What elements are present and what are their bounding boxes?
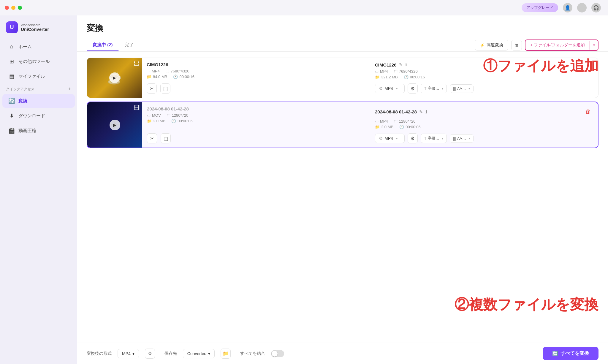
file-meta-row-1b: 📁 84.0 MB 🕐 00:00:16 xyxy=(147,75,365,79)
tabs-bar: 変換中 (2) 完了 ⚡ 高速変換 🗑 + ファイル/フォルダーを追加 ▾ xyxy=(77,39,608,52)
user-avatar[interactable]: 👤 xyxy=(563,3,572,12)
output-duration-2: 🕐 00:00:06 xyxy=(399,125,421,129)
video-icon-2: ▭ xyxy=(147,113,151,118)
cut-button-2[interactable]: ✂ xyxy=(147,133,157,143)
input-resolution-1: ⬚ 7680*4320 xyxy=(166,69,189,73)
cut-button-1[interactable]: ✂ xyxy=(147,83,157,94)
sidebar-item-download[interactable]: ⬇ ダウンロード xyxy=(2,109,75,123)
audio-select-1[interactable]: ||| AA… ▾ xyxy=(450,84,474,93)
headset-icon[interactable]: 🎧 xyxy=(591,3,601,12)
upgrade-button[interactable]: アップグレード xyxy=(522,3,558,12)
sidebar-item-compress[interactable]: 🎬 動画圧縮 xyxy=(2,124,75,137)
output-size-1: 📁 321.2 MB xyxy=(375,75,398,79)
file-info-left-2: 2024-08-08 01-42-28 ▭ MOV ⬚ 1280*720 xyxy=(142,102,370,148)
row-delete-button-2[interactable]: 🗑 xyxy=(583,106,593,117)
save-location-value: Converted xyxy=(187,351,207,356)
video-out-icon-2: ▭ xyxy=(375,119,379,124)
subtitle-chevron-2: ▾ xyxy=(442,137,444,140)
merge-toggle[interactable] xyxy=(271,350,284,357)
convert-icon-btn: 🔄 xyxy=(552,351,558,356)
file-thumbnail-1[interactable]: ☕ ▶ 🎞 xyxy=(87,58,142,98)
bottom-format-select[interactable]: MP4 ▾ xyxy=(118,349,139,358)
quick-access-add-button[interactable]: + xyxy=(68,86,71,92)
logo-area: U Wondershare UniConverter xyxy=(0,18,77,39)
minimize-button[interactable] xyxy=(11,6,15,10)
file-meta-2: ▭ MOV ⬚ 1280*720 📁 xyxy=(147,113,365,123)
play-button-1[interactable]: ▶ xyxy=(109,72,120,83)
copy-button-1[interactable]: ⬚ xyxy=(160,83,170,94)
sidebar-item-convert[interactable]: 🔄 変換 xyxy=(2,94,75,108)
output-resolution-2: ⬚ 1280*720 xyxy=(394,119,416,124)
sidebar-item-home-label: ホーム xyxy=(18,44,32,50)
file-thumbnail-2[interactable]: ✈ ▶ 🎞 xyxy=(87,102,142,148)
file-info-left-1: CIMG1226 ▭ MP4 ⬚ 7680*4320 xyxy=(142,58,370,98)
resolution-icon-2: ⬚ xyxy=(167,113,170,118)
convert-all-label: すべてを変換 xyxy=(560,350,589,357)
file-info-right-1: CIMG1226 ✎ ℹ ▭ MP4 ⬚ xyxy=(370,58,598,98)
tab-done[interactable]: 完了 xyxy=(119,39,140,51)
message-icon[interactable]: ⋯ xyxy=(577,3,587,12)
chevron-icon-2: ▾ xyxy=(396,137,398,140)
edit-name-icon-2[interactable]: ✎ xyxy=(419,109,423,115)
app-body: U Wondershare UniConverter ⌂ ホーム ⊞ その他のツ… xyxy=(0,15,608,364)
output-header-2: 2024-08-08 01-42-28 ✎ ℹ 🗑 xyxy=(375,106,593,117)
output-format-2: ▭ MP4 xyxy=(375,119,388,124)
save-label: 保存先 xyxy=(164,351,177,356)
edit-name-icon-1[interactable]: ✎ xyxy=(399,62,403,67)
lightning-icon: ⚡ xyxy=(480,43,485,48)
bottom-bar: 変換後の形式 MP4 ▾ ⚙ 保存先 Converted ▾ 📁 すべてを結合 … xyxy=(77,343,608,364)
sidebar-item-compress-label: 動画圧縮 xyxy=(18,128,36,134)
maximize-button[interactable] xyxy=(18,6,22,10)
sidebar-item-home[interactable]: ⌂ ホーム xyxy=(2,40,75,53)
play-button-2[interactable]: ▶ xyxy=(110,120,120,130)
app-logo-icon: U xyxy=(6,21,18,33)
browse-folder-button[interactable]: 📁 xyxy=(221,349,231,359)
output-format-select-2[interactable]: ⚙ MP4 ▾ xyxy=(375,134,405,143)
audio-select-2[interactable]: ||| AA… ▾ xyxy=(450,134,474,143)
output-meta-row-1a: ▭ MP4 ⬚ 7680*4320 xyxy=(375,69,593,74)
save-location-select[interactable]: Converted ▾ xyxy=(183,349,215,358)
other-tools-icon: ⊞ xyxy=(8,58,15,65)
gear-icon: ⚙ xyxy=(379,86,383,91)
titlebar-right: アップグレード 👤 ⋯ 🎧 xyxy=(522,3,601,12)
add-files-label: + ファイル/フォルダーを追加 xyxy=(530,42,585,48)
input-duration-2: 🕐 00:00:06 xyxy=(171,119,193,123)
output-name-2: 2024-08-08 01-42-28 xyxy=(375,109,417,114)
quick-access-header: クイックアクセス + xyxy=(0,84,77,94)
delete-all-button[interactable]: 🗑 xyxy=(511,40,522,50)
copy-button-2[interactable]: ⬚ xyxy=(161,133,171,143)
res-out-icon-2: ⬚ xyxy=(394,119,398,124)
info-icon-1[interactable]: ℹ xyxy=(405,62,407,67)
subtitle-select-2[interactable]: T 字幕… ▾ xyxy=(421,134,447,143)
tabs-left: 変換中 (2) 完了 xyxy=(87,39,140,51)
tab-converting[interactable]: 変換中 (2) xyxy=(87,39,119,51)
sidebar-item-convert-label: 変換 xyxy=(18,98,27,104)
speed-convert-button[interactable]: ⚡ 高速変換 xyxy=(475,40,508,50)
folder-icon: 📁 xyxy=(147,75,151,79)
file-row: ☕ ▶ 🎞 CIMG1226 ▭ MP4 xyxy=(87,58,598,98)
add-files-button[interactable]: + ファイル/フォルダーを追加 ▾ xyxy=(525,39,598,51)
convert-all-button[interactable]: 🔄 すべてを変換 xyxy=(543,347,598,360)
gear-icon-2: ⚙ xyxy=(379,136,383,141)
settings-button-1[interactable]: ⚙ xyxy=(408,83,418,94)
download-icon: ⬇ xyxy=(8,113,15,119)
add-files-chevron[interactable]: ▾ xyxy=(590,41,598,50)
sidebar-item-other-tools[interactable]: ⊞ その他のツール xyxy=(2,55,75,68)
bottom-format-chevron: ▾ xyxy=(132,351,134,356)
add-files-main[interactable]: + ファイル/フォルダーを追加 xyxy=(525,40,590,50)
close-button[interactable] xyxy=(5,6,9,10)
file-meta-row-1a: ▭ MP4 ⬚ 7680*4320 xyxy=(147,69,365,73)
trash-icon: 🗑 xyxy=(514,42,519,48)
subtitle-select-1[interactable]: T 字幕… ▾ xyxy=(421,84,447,93)
sidebar-item-my-files[interactable]: ▤ マイファイル xyxy=(2,69,75,83)
folder-out-icon-2: 📁 xyxy=(375,125,380,129)
output-format-select-1[interactable]: ⚙ MP4 ▾ xyxy=(375,84,405,93)
subtitle-label-icon-2: T xyxy=(424,136,427,141)
subtitle-label-icon: T xyxy=(424,86,427,91)
output-format-1: ▭ MP4 xyxy=(375,69,388,74)
output-duration-1: 🕐 00:00:16 xyxy=(404,75,425,79)
video-out-icon: ▭ xyxy=(375,69,379,74)
settings-button-2[interactable]: ⚙ xyxy=(408,133,418,143)
bottom-settings-icon[interactable]: ⚙ xyxy=(145,349,155,359)
info-icon-2[interactable]: ℹ xyxy=(425,109,427,115)
